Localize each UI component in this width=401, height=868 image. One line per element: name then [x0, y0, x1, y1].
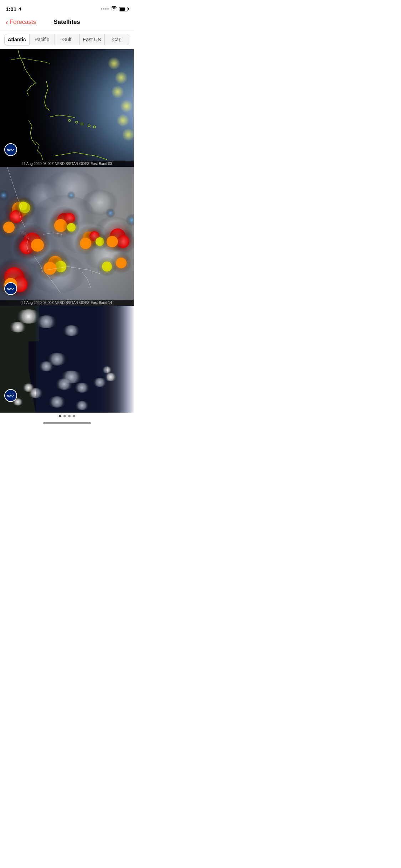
satellite-image-band03-day[interactable]: NOAA — [0, 306, 134, 413]
noaa-logo: NOAA — [4, 143, 17, 156]
status-bar: 1:01 — [0, 0, 134, 16]
signal-strength — [101, 8, 109, 10]
tab-atlantic[interactable]: Atlantic — [4, 34, 29, 45]
tab-bar: Atlantic Pacific Gulf East US Car. — [0, 30, 134, 49]
noaa-logo-3: NOAA — [4, 389, 17, 402]
home-indicator — [0, 419, 134, 426]
status-time: 1:01 — [6, 6, 22, 12]
satellite-container: NOAA 21 Aug 2020 08:00Z NESDIS/STAR GOES… — [0, 49, 134, 413]
satellite-image-band03[interactable]: NOAA 21 Aug 2020 08:00Z NESDIS/STAR GOES… — [0, 49, 134, 167]
page-title: Satellites — [53, 19, 80, 26]
nav-header: ‹ Forecasts Satellites — [0, 16, 134, 30]
satellite-caption-1: 21 Aug 2020 08:00Z NESDIS/STAR GOES-East… — [0, 161, 134, 167]
wifi-icon — [111, 6, 117, 12]
tab-gulf[interactable]: Gulf — [54, 34, 79, 45]
noaa-logo-2: NOAA — [4, 282, 17, 295]
back-chevron-icon: ‹ — [6, 19, 8, 26]
battery-icon — [119, 7, 128, 11]
back-button[interactable]: ‹ Forecasts — [6, 19, 36, 26]
back-label[interactable]: Forecasts — [10, 19, 36, 26]
tab-car[interactable]: Car. — [104, 34, 129, 45]
svg-marker-0 — [18, 7, 22, 11]
tab-east-us[interactable]: East US — [79, 34, 104, 45]
pager-dot-2[interactable] — [68, 415, 71, 417]
home-bar — [43, 422, 91, 424]
satellite-caption-2: 21 Aug 2020 08:00Z NESDIS/STAR GOES-East… — [0, 300, 134, 306]
pager-dot-1[interactable] — [63, 415, 66, 417]
pager-dots — [0, 413, 134, 419]
location-icon — [18, 7, 22, 11]
status-icons — [101, 6, 128, 12]
pager-dot-0[interactable] — [59, 415, 61, 417]
tab-pacific[interactable]: Pacific — [29, 34, 54, 45]
satellite-image-band14[interactable]: NOAA 21 Aug 2020 08:00Z NESDIS/STAR GOES… — [0, 167, 134, 306]
pager-dot-3[interactable] — [73, 415, 75, 417]
